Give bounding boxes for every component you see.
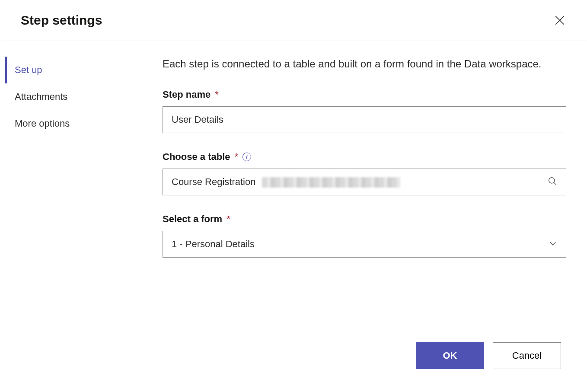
field-choose-table: Choose a table * i Course Registration: [163, 151, 566, 195]
required-indicator: *: [215, 89, 219, 100]
search-icon: [548, 176, 557, 188]
cancel-button[interactable]: Cancel: [493, 342, 561, 369]
dialog-header: Step settings: [0, 0, 587, 40]
choose-table-lookup[interactable]: Course Registration: [163, 169, 566, 195]
field-label-step-name: Step name *: [163, 89, 566, 100]
sidebar-item-label: Attachments: [15, 91, 67, 102]
select-value: 1 - Personal Details: [172, 239, 255, 250]
dialog-body: Set up Attachments More options Each ste…: [0, 40, 587, 276]
svg-line-3: [554, 182, 556, 185]
lookup-value: Course Registration: [172, 176, 400, 188]
sidebar-item-label: Set up: [15, 64, 42, 75]
panel-description: Each step is connected to a table and bu…: [163, 57, 552, 72]
sidebar-item-label: More options: [15, 118, 70, 129]
main-panel: Each step is connected to a table and bu…: [151, 57, 587, 276]
svg-point-2: [549, 178, 555, 183]
close-icon: [555, 16, 565, 25]
field-label-select-form: Select a form *: [163, 214, 566, 225]
label-text: Step name: [163, 89, 211, 100]
ok-button[interactable]: OK: [416, 342, 484, 369]
close-button[interactable]: [553, 14, 566, 27]
lookup-text: Course Registration: [172, 176, 255, 187]
sidebar: Set up Attachments More options: [0, 57, 151, 276]
info-icon[interactable]: i: [242, 153, 251, 161]
chevron-down-icon: [549, 239, 557, 249]
required-indicator: *: [234, 151, 238, 163]
label-text: Select a form: [163, 214, 222, 225]
dialog-title: Step settings: [21, 13, 102, 28]
step-name-input[interactable]: [163, 106, 566, 133]
field-label-choose-table: Choose a table * i: [163, 151, 566, 163]
select-form-dropdown[interactable]: 1 - Personal Details: [163, 231, 566, 258]
sidebar-item-setup[interactable]: Set up: [5, 57, 151, 83]
field-select-form: Select a form * 1 - Personal Details: [163, 214, 566, 258]
dialog-footer: OK Cancel: [416, 342, 561, 369]
required-indicator: *: [227, 214, 230, 225]
field-step-name: Step name *: [163, 89, 566, 133]
sidebar-item-more-options[interactable]: More options: [5, 110, 151, 137]
label-text: Choose a table: [163, 151, 230, 163]
sidebar-item-attachments[interactable]: Attachments: [5, 83, 151, 110]
redacted-text: [262, 177, 400, 188]
